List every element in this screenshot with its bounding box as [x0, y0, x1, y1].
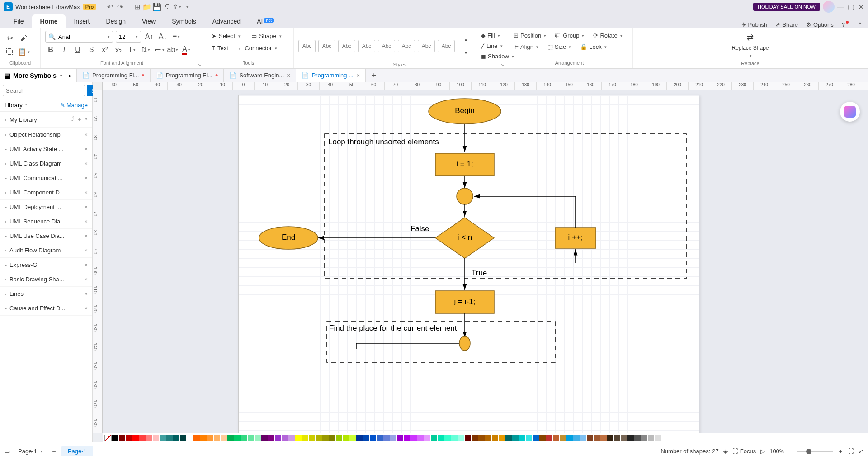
styles-expand-icon[interactable]: ↘: [500, 62, 504, 67]
color-swatch[interactable]: [553, 435, 559, 441]
page-tab-active[interactable]: Page-1: [61, 446, 93, 456]
color-swatch[interactable]: [227, 435, 234, 441]
color-swatch[interactable]: [349, 435, 356, 441]
menu-file[interactable]: File: [5, 14, 32, 28]
color-swatch[interactable]: [200, 435, 207, 441]
more-symbols-toggle[interactable]: ▦ More Symbols ▾ «: [0, 69, 77, 82]
color-swatch[interactable]: [451, 435, 458, 441]
color-swatch[interactable]: [390, 435, 396, 441]
gallery-up-icon[interactable]: ▴: [460, 34, 471, 45]
color-swatch[interactable]: [458, 435, 464, 441]
connector-tool[interactable]: ⌐Connector▾: [236, 43, 281, 53]
color-swatch[interactable]: [187, 435, 193, 441]
color-swatch[interactable]: [533, 435, 539, 441]
color-swatch[interactable]: [383, 435, 390, 441]
color-swatch[interactable]: [614, 435, 620, 441]
library-item[interactable]: ▸UML Activity State ...×: [0, 142, 92, 156]
color-swatch[interactable]: [410, 435, 417, 441]
color-swatch[interactable]: [363, 435, 369, 441]
redo-icon[interactable]: ↷: [116, 3, 123, 10]
library-item[interactable]: ▸UML Class Diagram×: [0, 156, 92, 171]
style-preset[interactable]: Abc: [318, 40, 335, 52]
cut-icon[interactable]: ✂: [5, 33, 15, 44]
focus-button[interactable]: ⛶Focus: [732, 448, 756, 455]
color-swatch[interactable]: [132, 435, 139, 441]
pages-icon[interactable]: ▭: [5, 448, 10, 455]
collapse-panel-icon[interactable]: «: [68, 72, 72, 79]
color-swatch[interactable]: [153, 435, 159, 441]
color-swatch[interactable]: [261, 435, 268, 441]
color-swatch[interactable]: [126, 435, 132, 441]
library-item[interactable]: ▸Audit Flow Diagram×: [0, 243, 92, 258]
font-size-select[interactable]: 12▾: [116, 31, 141, 43]
library-item[interactable]: ▸UML Communicati...×: [0, 171, 92, 185]
style-gallery[interactable]: Abc Abc Abc Abc Abc Abc Abc Abc: [298, 40, 455, 52]
color-swatch[interactable]: [594, 435, 600, 441]
layers-icon[interactable]: ◈: [723, 448, 728, 455]
color-swatch[interactable]: [634, 435, 641, 441]
color-swatch[interactable]: [343, 435, 349, 441]
export-icon[interactable]: ⇪▾: [173, 3, 180, 10]
document-tab[interactable]: 📄Programming Fl...•: [151, 69, 224, 82]
print-icon[interactable]: 🖨: [163, 3, 170, 10]
color-swatch[interactable]: [268, 435, 274, 441]
color-swatch[interactable]: [621, 435, 627, 441]
color-swatch[interactable]: [404, 435, 410, 441]
zoom-in-button[interactable]: ＋: [838, 447, 844, 455]
drawing-page[interactable]: Loop through unsorted elements Begin i =…: [238, 95, 699, 433]
zoom-slider-thumb[interactable]: [806, 449, 811, 454]
color-swatch[interactable]: [302, 435, 308, 441]
document-tab[interactable]: 📄Programming Fl...•: [77, 69, 151, 82]
collapse-ribbon-button[interactable]: ⌃: [858, 21, 863, 28]
color-swatch[interactable]: [587, 435, 593, 441]
merge-shape[interactable]: [457, 188, 473, 204]
minimize-icon[interactable]: —: [837, 3, 844, 10]
library-label[interactable]: Library ⌃: [5, 102, 28, 109]
save-icon[interactable]: 💾: [153, 3, 160, 10]
color-swatch[interactable]: [600, 435, 607, 441]
lib-close-icon[interactable]: ×: [84, 232, 88, 239]
color-swatch[interactable]: [180, 435, 186, 441]
highlight-icon[interactable]: ab▾: [167, 44, 178, 55]
lib-close-icon[interactable]: ×: [84, 160, 88, 167]
color-swatch[interactable]: [119, 435, 125, 441]
subscript-icon[interactable]: x₂: [113, 44, 124, 55]
color-swatch[interactable]: [248, 435, 254, 441]
color-swatch[interactable]: [539, 435, 546, 441]
lib-close-icon[interactable]: ×: [84, 218, 88, 225]
superscript-icon[interactable]: x²: [99, 44, 110, 55]
maximize-icon[interactable]: ▢: [847, 3, 854, 10]
size-button[interactable]: ⬚Size▾: [545, 42, 574, 52]
color-swatch[interactable]: [485, 435, 491, 441]
color-swatch[interactable]: [288, 435, 295, 441]
style-preset[interactable]: Abc: [338, 40, 355, 52]
font-family-select[interactable]: 🔍Arial▾: [45, 31, 113, 43]
user-avatar[interactable]: [823, 1, 835, 13]
ai-assistant-float-button[interactable]: [840, 102, 860, 122]
increase-font-icon[interactable]: A↑: [144, 31, 155, 42]
lib-close-icon[interactable]: ×: [84, 305, 88, 312]
color-swatch[interactable]: [472, 435, 478, 441]
style-preset[interactable]: Abc: [398, 40, 415, 52]
paste-icon[interactable]: 📋▾: [18, 47, 29, 57]
edge-inc-merge[interactable]: [474, 196, 576, 228]
color-swatch[interactable]: [282, 435, 288, 441]
text-tool[interactable]: TText: [208, 43, 232, 53]
color-swatch[interactable]: [417, 435, 424, 441]
font-color-icon[interactable]: A▾: [181, 44, 192, 55]
help-button[interactable]: ?: [842, 21, 849, 28]
page-select-dropdown[interactable]: Page-1▾: [14, 447, 47, 455]
underline-icon[interactable]: U: [72, 44, 83, 55]
color-swatch[interactable]: [241, 435, 247, 441]
position-button[interactable]: ⊞Position▾: [511, 31, 549, 40]
color-swatch[interactable]: [146, 435, 152, 441]
color-swatch[interactable]: [573, 435, 580, 441]
document-tab[interactable]: 📄Programming ...×: [296, 69, 366, 82]
color-swatch[interactable]: [173, 435, 179, 441]
color-swatch[interactable]: [166, 435, 173, 441]
undo-icon[interactable]: ↶: [106, 3, 113, 10]
lib-close-icon[interactable]: ×: [84, 189, 88, 196]
color-swatch[interactable]: [207, 435, 213, 441]
library-item[interactable]: ▸My Library⤴＋×: [0, 112, 92, 128]
color-swatch[interactable]: [329, 435, 335, 441]
